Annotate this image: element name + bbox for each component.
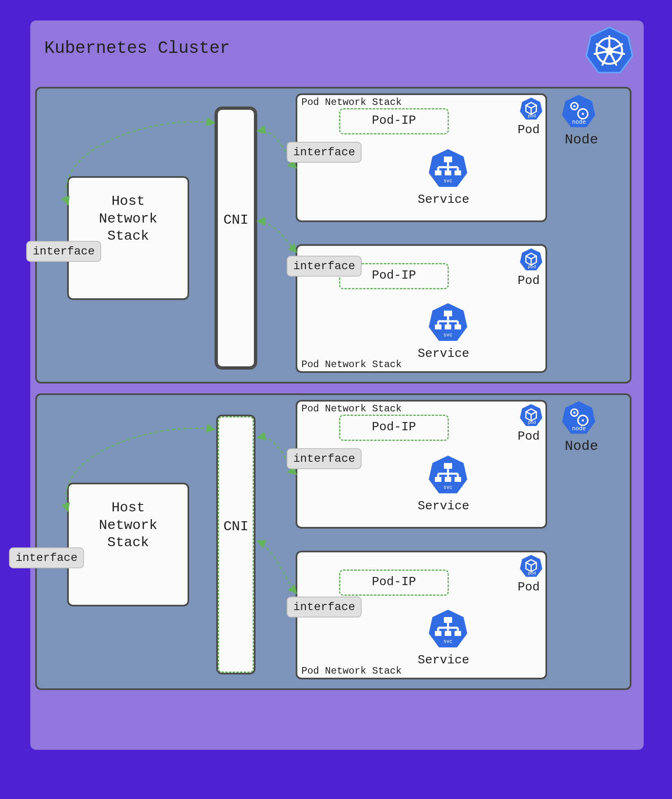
pod-ip-label: Pod-IP	[339, 113, 449, 127]
cni-label: CNI	[216, 212, 256, 228]
pod-label: Pod	[518, 429, 540, 443]
host-line2: Network	[99, 518, 158, 533]
svg-rect-43	[445, 325, 451, 329]
service-label: Service	[418, 653, 469, 667]
pod-network-stack-label: Pod Network Stack	[301, 665, 402, 676]
pod-icon-caption: pod	[528, 420, 536, 425]
pod-label: Pod	[518, 580, 540, 594]
node-icon-caption: node	[572, 119, 586, 125]
pod-icon-caption: pod	[528, 571, 536, 576]
interface-chip: interface	[287, 142, 362, 163]
service-icon-caption: svc	[443, 639, 453, 645]
svg-rect-27	[435, 170, 441, 175]
svg-rect-44	[455, 325, 461, 329]
cni-box	[218, 416, 254, 673]
interface-chip: interface	[287, 448, 362, 469]
pod-label: Pod	[518, 274, 540, 288]
interface-chip: interface	[287, 597, 362, 617]
svg-rect-21	[444, 157, 452, 162]
svg-point-49	[582, 419, 584, 421]
kubernetes-logo-icon	[585, 25, 634, 75]
cluster-title: Kubernetes Cluster	[44, 39, 230, 58]
host-line1: Host	[111, 500, 145, 515]
svg-point-13	[573, 105, 575, 107]
service-label: Service	[418, 347, 469, 361]
svg-rect-36	[444, 311, 452, 316]
host-line2: Network	[99, 211, 158, 227]
svg-rect-62	[435, 477, 441, 482]
interface-chip: interface	[287, 256, 362, 277]
svg-rect-79	[455, 631, 461, 636]
node-icon-caption: node	[572, 425, 586, 432]
node-label: Node	[565, 438, 598, 454]
svg-rect-29	[455, 170, 461, 175]
cni-border-overlay	[216, 108, 256, 368]
svg-rect-78	[445, 631, 451, 636]
pod-ip-label: Pod-IP	[339, 420, 449, 434]
pod-label: Pod	[518, 123, 540, 137]
interface-chip: interface	[26, 241, 101, 262]
host-line3: Stack	[107, 535, 149, 550]
cni-label: CNI	[216, 519, 256, 534]
svg-rect-42	[435, 325, 441, 329]
interface-chip: interface	[9, 547, 84, 568]
host-network-stack-text: Host Network Stack	[67, 499, 189, 552]
node-label: Node	[565, 132, 598, 148]
pod-ip-label: Pod-IP	[339, 575, 449, 589]
service-icon-caption: svc	[443, 485, 453, 490]
pod-icon-caption: pod	[528, 113, 536, 118]
pod-network-stack-label: Pod Network Stack	[301, 97, 402, 108]
host-line3: Stack	[107, 228, 149, 244]
pod-icon-caption: pod	[528, 264, 536, 269]
svg-point-14	[582, 113, 584, 115]
pod-network-stack-label: Pod Network Stack	[301, 403, 402, 414]
svg-rect-77	[435, 631, 441, 636]
service-icon-caption: svc	[443, 178, 453, 184]
pod-network-stack-label: Pod Network Stack	[301, 359, 402, 370]
svg-rect-28	[445, 170, 451, 175]
service-label: Service	[418, 499, 469, 513]
svg-rect-63	[445, 477, 451, 482]
svg-rect-56	[444, 463, 452, 469]
host-network-stack-text: Host Network Stack	[67, 193, 189, 245]
svg-rect-64	[455, 477, 461, 482]
service-label: Service	[418, 193, 469, 207]
service-icon-caption: svc	[443, 332, 453, 338]
host-line1: Host	[111, 193, 145, 209]
svg-rect-71	[444, 617, 452, 623]
svg-point-48	[573, 411, 575, 413]
